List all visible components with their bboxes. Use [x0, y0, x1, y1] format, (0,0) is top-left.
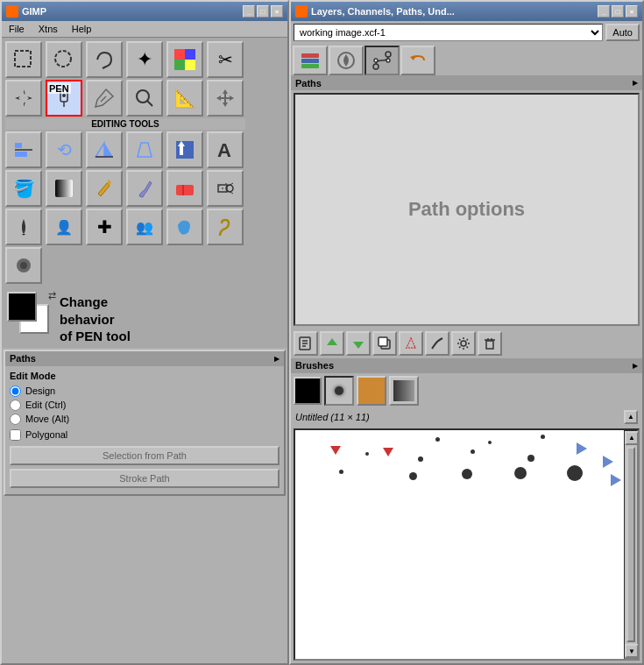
tool-clone[interactable]: 👤: [46, 209, 82, 245]
tool-blur[interactable]: [166, 209, 203, 245]
tools-grid: ✦ ✂ PEN: [2, 38, 287, 287]
layers-minimize-btn[interactable]: _: [598, 5, 610, 18]
brush-name: Untitled (11 × 11): [295, 412, 370, 422]
paths-raise-btn[interactable]: [320, 331, 344, 356]
svg-text:A: A: [217, 139, 231, 160]
polygonal-checkbox[interactable]: [10, 429, 21, 441]
tab-paths[interactable]: [364, 46, 400, 75]
tool-dodge-burn[interactable]: [207, 209, 244, 245]
tab-undo[interactable]: [400, 46, 435, 75]
brush-preview-scrollbar[interactable]: ▲ ▼: [624, 430, 638, 660]
layers-title-text: Layers, Channels, Paths, Und...: [311, 6, 455, 17]
tool-perspective-clone[interactable]: 👥: [126, 209, 163, 245]
tab-channels[interactable]: [329, 46, 364, 75]
scroll-down-arrow[interactable]: ▼: [625, 644, 639, 658]
scroll-up-arrow[interactable]: ▲: [625, 431, 639, 445]
brush-preset-1[interactable]: [324, 376, 354, 406]
tool-text-move[interactable]: [166, 131, 203, 168]
tool-rect-select[interactable]: [5, 41, 42, 78]
edit-mode-design[interactable]: Design: [10, 386, 280, 397]
svg-marker-49: [407, 338, 415, 348]
polygonal-label: Polygonal: [25, 429, 67, 440]
swap-colors-icon[interactable]: ⇄: [48, 290, 56, 301]
tool-smudge[interactable]: [5, 247, 42, 284]
edit-mode-move[interactable]: Move (Alt): [10, 414, 280, 425]
svg-rect-2: [174, 49, 185, 60]
color-indicator[interactable]: [294, 377, 322, 405]
paths-settings-btn[interactable]: [451, 331, 476, 356]
tool-eraser[interactable]: [166, 170, 203, 207]
paths-panel-collapse[interactable]: ▸: [274, 353, 280, 364]
tool-airbrush[interactable]: [207, 170, 244, 207]
brush-preset-3[interactable]: [389, 376, 419, 406]
tab-layers[interactable]: [293, 46, 328, 75]
tool-measure[interactable]: 📐: [166, 80, 203, 117]
gimp-menu-bar: File Xtns Help: [2, 21, 287, 38]
image-dropdown[interactable]: working image.xcf-1: [294, 24, 603, 41]
brush-preview-area: ▲ ▼: [294, 428, 640, 661]
tool-4way-move[interactable]: [207, 80, 244, 117]
menu-file[interactable]: File: [6, 23, 27, 35]
brush-preset-2[interactable]: [357, 376, 386, 406]
paths-lower-btn[interactable]: [346, 331, 371, 356]
gimp-title-group: GIMP: [6, 5, 46, 18]
tool-magnify[interactable]: [126, 80, 163, 117]
svg-point-37: [386, 52, 391, 57]
tool-ink[interactable]: [5, 209, 42, 245]
stroke-path-btn[interactable]: Stroke Path: [10, 469, 280, 488]
polygonal-checkbox-row[interactable]: Polygonal: [10, 429, 280, 441]
gimp-minimize-btn[interactable]: _: [243, 5, 255, 18]
svg-rect-34: [301, 64, 319, 68]
gimp-maximize-btn[interactable]: □: [257, 5, 269, 18]
edit-mode-edit[interactable]: Edit (Ctrl): [10, 400, 280, 411]
gimp-icon: [6, 5, 18, 18]
tool-pen[interactable]: PEN: [46, 80, 82, 117]
tool-transform[interactable]: ⟲: [46, 131, 82, 168]
selection-from-path-btn[interactable]: Selection from Path: [10, 446, 280, 465]
brushes-scroll-up[interactable]: ▲: [624, 410, 638, 424]
tool-lasso[interactable]: [86, 41, 123, 78]
tool-colors[interactable]: [166, 41, 203, 78]
paths-panel: Paths ▸ Edit Mode Design Edit (Ctrl) Mov…: [4, 350, 286, 496]
brushes-section-header: Brushes ▸: [291, 358, 642, 373]
layers-panel: Layers, Channels, Paths, Und... _ □ × wo…: [289, 0, 644, 665]
layers-icon: [295, 5, 308, 18]
paths-delete-btn[interactable]: [478, 331, 502, 356]
gimp-close-btn[interactable]: ×: [271, 5, 283, 18]
tool-bucket-fill[interactable]: 🪣: [5, 170, 42, 207]
tool-heal[interactable]: ✚: [86, 209, 123, 245]
auto-button[interactable]: Auto: [605, 24, 640, 41]
layers-close-btn[interactable]: ×: [626, 5, 638, 18]
tool-eyedropper[interactable]: [86, 80, 123, 117]
paths-stroke-btn[interactable]: [425, 331, 449, 356]
foreground-color-swatch[interactable]: [7, 292, 37, 322]
tool-perspective[interactable]: [126, 131, 163, 168]
tool-blend[interactable]: [46, 170, 82, 207]
paths-new-btn[interactable]: [294, 331, 318, 356]
layers-title-group: Layers, Channels, Paths, Und...: [295, 5, 455, 18]
tool-text[interactable]: A: [207, 131, 244, 168]
menu-help[interactable]: Help: [69, 23, 95, 35]
layers-maximize-btn[interactable]: □: [612, 5, 624, 18]
paths-to-selection-btn[interactable]: [399, 331, 423, 356]
svg-rect-3: [185, 49, 195, 60]
tool-move[interactable]: [5, 80, 42, 117]
tool-align[interactable]: [5, 131, 42, 168]
svg-marker-16: [104, 143, 113, 157]
brushes-collapse[interactable]: ▸: [633, 360, 638, 371]
tool-glow[interactable]: ✦: [126, 41, 163, 78]
change-behavior-text: Change behavior of PEN tool: [60, 294, 284, 345]
tool-pencil[interactable]: [86, 170, 123, 207]
paths-section-collapse[interactable]: ▸: [633, 77, 638, 88]
scroll-thumb[interactable]: [626, 447, 635, 643]
menu-xtns[interactable]: Xtns: [36, 23, 60, 35]
svg-point-50: [461, 341, 466, 346]
paths-section-title: Paths: [295, 78, 322, 88]
tabs-row: [291, 44, 642, 75]
tool-flip[interactable]: [86, 131, 123, 168]
tool-paintbrush[interactable]: [126, 170, 163, 207]
tool-scissors[interactable]: ✂: [207, 41, 244, 78]
svg-point-39: [386, 59, 390, 62]
tool-ellipse-select[interactable]: [46, 41, 82, 78]
paths-duplicate-btn[interactable]: [372, 331, 397, 356]
